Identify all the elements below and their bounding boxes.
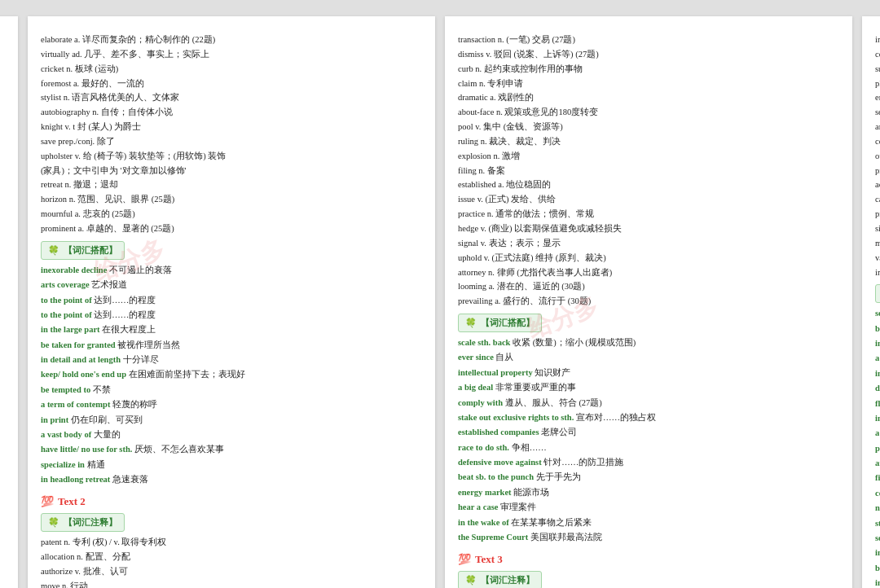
phrase-item: inexorable decline 不可遏止的衰落 bbox=[41, 263, 422, 278]
vocab-item: on record (事实或事件) 被记载下来的 bbox=[0, 270, 5, 285]
phrase-item: race to do sth. 争相…… bbox=[458, 441, 839, 455]
vocab-item: prominent a. 卓越的、显著的 (25题) bbox=[41, 222, 422, 236]
phrase-item: in detail and at length 十分详尽 bbox=[41, 353, 422, 367]
main-title: 2010-2021 英语一真题词汇 bbox=[0, 33, 5, 50]
vocab-item: issue v. (正式) 发给、供给 bbox=[458, 192, 839, 207]
page-1-right: elaborate a. 详尽而复杂的；精心制作的 (22题) virtuall… bbox=[28, 16, 435, 588]
vocab-item: embrace v. 乐意采纳 (建议等) bbox=[875, 90, 880, 105]
vocab-item: stylist n. 语言风格优美的人、文体家 bbox=[41, 90, 422, 105]
vocab-item: explosion n. 激增 bbox=[458, 149, 839, 164]
note3-header: 🍀 【词汇注释】 bbox=[458, 571, 542, 588]
phrase-item: in headlong retreat 急速衰落 bbox=[41, 472, 422, 487]
vocab-item: manipulate v. (精中) 控制；操纵 bbox=[875, 236, 880, 251]
phrase-item: a big deal 非常重要或严重的事 bbox=[458, 380, 839, 395]
vocab-item: authorize v. 批准、认可 bbox=[41, 564, 422, 579]
vocab-item: hedge v. (商业) 以套期保值避免或减轻损失 bbox=[458, 222, 839, 236]
vocab-item: uphold v. (正式法庭) 维持 (原判、裁决) bbox=[458, 251, 839, 265]
phrase-item: anecdotal evidence 轶事证言 bbox=[875, 456, 880, 471]
vocab-item: elaborate a. 详尽而复杂的；精心制作的 (22题) bbox=[41, 33, 422, 47]
complete-fill-header: 🍀 完形填空 bbox=[0, 79, 5, 93]
phrase-item: defensive move against 针对……的防卫措施 bbox=[458, 455, 839, 470]
phrase-item: the Supreme Court 美国联邦最高法院 bbox=[458, 530, 839, 545]
clover4-icon: 🍀 bbox=[48, 517, 59, 528]
vocab-item: in store 即将到来、必将发生 bbox=[0, 256, 5, 270]
vocab-item: filing n. 备案 bbox=[458, 164, 839, 178]
vocab-item: alleged a. 声称的、所谓的 bbox=[0, 358, 5, 372]
vocab-item: econometric a. 计量经济学的 bbox=[0, 241, 5, 256]
vocab-item: dim v. (使) 变暗 bbox=[0, 213, 5, 227]
vocab-item: upholster v. 给 (椅子等) 装软垫等；(用软饰) 装饰 bbox=[41, 149, 422, 164]
phrases-section-3: social epidemics 社会流行趋 be driven by 由……所… bbox=[875, 306, 880, 588]
vocab-item: cricket n. 板球 (运动) bbox=[41, 62, 422, 77]
vocab-item: cascade n. 瀑布；大量倾泻的东西 bbox=[875, 192, 880, 207]
collocation1-label: 【词汇搭配】 bbox=[64, 244, 117, 257]
phrase-item: intuitively compelling 直觉上令人信服 bbox=[875, 366, 880, 381]
phrase-item: to the point of 达到……的程度 bbox=[41, 308, 422, 323]
vocab-item: compelling a. 令人信服的 bbox=[875, 47, 880, 62]
vocab-item: peculiar a. 特殊的、特性的 (22 题) bbox=[0, 572, 5, 586]
phrase-item: a vast body of 大量的 bbox=[41, 428, 422, 442]
vocab-item: retreat n. 撤退；退却 bbox=[41, 178, 422, 192]
vocab-item: interpretation n. 理解、解释 bbox=[0, 314, 5, 329]
phrase-item: in turn 反过来；依次 bbox=[875, 576, 880, 588]
vocab-item: lighting n. 照明 bbox=[0, 154, 5, 169]
phrase-item: pay attention (to) 关注、留心 bbox=[875, 441, 880, 456]
vocab-item: presence n. 存在感；影响力 bbox=[875, 164, 880, 178]
text3-title: Text 3 bbox=[475, 553, 503, 566]
vocab-item: informed a. 见识广博的 bbox=[875, 33, 880, 47]
vocab-item: shop/ factory floor 车间 bbox=[0, 140, 5, 155]
vocab-item: transaction n. (一笔) 交易 (27题) bbox=[458, 33, 839, 47]
vocab-item: output n. 产量、产出 bbox=[0, 198, 5, 213]
vocab-item: inexorable a. 不可阻挡的；无法改变的 bbox=[0, 455, 5, 470]
phrase-item: come up with 找到 (答案) bbox=[875, 486, 880, 501]
vocab-item: knight v. t 封 (某人) 为爵士 bbox=[41, 120, 422, 134]
clover6-icon: 🍀 bbox=[465, 575, 477, 586]
note2-label: 【词汇注释】 bbox=[64, 516, 117, 529]
phrase-item: keep/ hold one's end up 在困难面前坚持下去；表现好 bbox=[41, 367, 422, 382]
phrases-section-1: inexorable decline 不可遏止的衰落 arts coverage… bbox=[41, 263, 422, 488]
vocab-item: autobiography n. 自传；自传体小说 bbox=[41, 105, 422, 120]
phrase-item: derive from 起源于 bbox=[875, 381, 880, 396]
vocab-item: learned a. 博学的、学问渊博的 bbox=[0, 513, 5, 528]
phrase-item: be taken for granted 被视作理所当然 bbox=[41, 338, 422, 353]
vocab-section-4: patent n. 专利 (权) / v. 取得专利权 allocation n… bbox=[41, 535, 422, 588]
page-container: 给分多 2010-2021 英语一真题词汇 🍓 2010 年 🍀 完形填空 co… bbox=[0, 16, 880, 588]
vocab-item: dismiss v. 驳回 (说案、上诉等) (27题) bbox=[458, 47, 839, 62]
collocation2-header: 🍀 【词汇搭配】 bbox=[458, 314, 542, 332]
vocab-item: peculiar a. 特殊的、特性的 bbox=[0, 300, 5, 314]
vocab-item: subject n. 实验对象 bbox=[0, 169, 5, 183]
vocab-item: select a. 精选的、优等的 bbox=[875, 105, 880, 120]
vocab-item: marvel v. 感到惊奇、对...为惊叹 bbox=[0, 498, 5, 513]
phrase-item: fit nicely with 与……高度契合 bbox=[875, 471, 880, 485]
vocab-item: acquaintance n. 认识的人 bbox=[875, 178, 880, 192]
phrase-item: stake out exclusive rights to sth. 宣布对……… bbox=[458, 410, 839, 425]
vocab-item: established a. 地位稳固的 bbox=[458, 178, 839, 192]
vocab-item: supervise v. 管理；指导 bbox=[0, 111, 5, 125]
vocab-item: deem v. (尤用于被动语态) 认为；视为 bbox=[0, 528, 5, 542]
phrase-item: intellectual property 知识财产 bbox=[458, 366, 839, 380]
hundred2-icon: 💯 bbox=[41, 495, 54, 508]
phrase-item: a cursory search 粗略搜查 bbox=[875, 426, 880, 441]
vocab-item: pool v. 集中 (金钱、资源等) bbox=[458, 120, 839, 134]
clover3-icon: 🍀 bbox=[48, 245, 59, 256]
vocab-item: signal v. 表达；表示；显示 bbox=[458, 236, 839, 251]
vocab-section-5: transaction n. (一笔) 交易 (27题) dismiss v. … bbox=[458, 33, 839, 309]
vocab-item: coverage n. 新闻报道 bbox=[0, 485, 5, 499]
vocab-item: foremost a. 最好的、一流的 bbox=[41, 77, 422, 91]
vocab-item: save prep./conj. 除了 bbox=[41, 134, 422, 149]
vocab-item: systematic a. 有系统的 bbox=[0, 285, 5, 300]
vocab-item: alter v. 改变 bbox=[0, 227, 5, 242]
year-row: 🍓 2010 年 bbox=[0, 58, 5, 72]
vocab-item: circulation n. (报刊等的) 发行 bbox=[0, 542, 5, 557]
phrase-item: energy market 能源市场 bbox=[458, 485, 839, 500]
collocation1-header: 🍀 【词汇搭配】 bbox=[41, 241, 125, 260]
vocab-item: prevailing a. 盛行的、流行于 (30题) bbox=[458, 294, 839, 309]
note2-header: 🍀 【词汇注释】 bbox=[41, 513, 125, 532]
collocation2-label: 【词汇搭配】 bbox=[481, 317, 535, 329]
phrase-item: have little/ no use for sth. 厌烦、不怎么喜欢某事 bbox=[41, 442, 422, 457]
page-2-right: informed a. 见识广博的 compelling a. 令人信服的 su… bbox=[862, 16, 880, 588]
vocab-item: mournful a. 悲哀的 (25题) bbox=[41, 207, 422, 222]
vocab-item: plateau n. 稳定期、停滞期 bbox=[0, 329, 5, 344]
phrase-item: stem from 基于 bbox=[875, 516, 880, 531]
vocab-item: plausible a. (借口或解释) 有道理的 bbox=[875, 77, 880, 91]
